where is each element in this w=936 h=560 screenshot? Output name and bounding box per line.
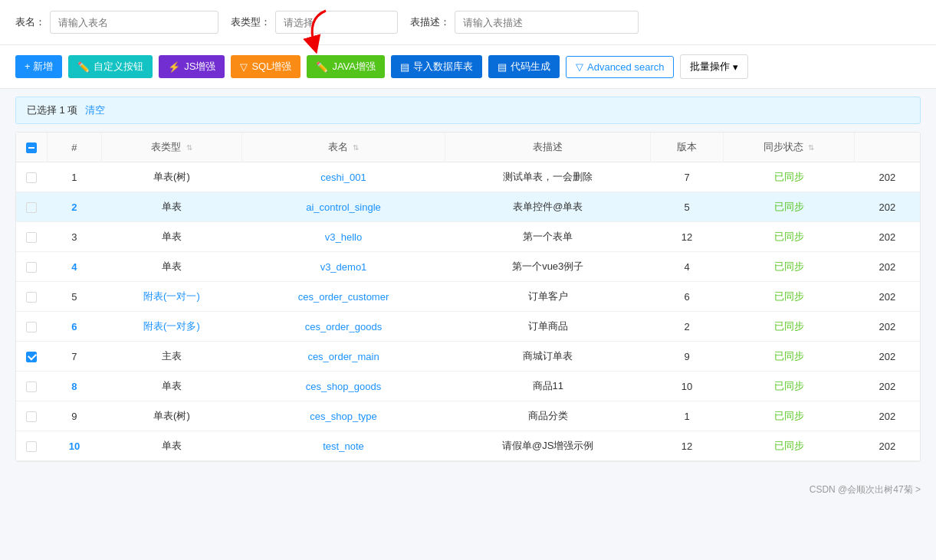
- row-desc: 表单控件@单表: [445, 192, 651, 222]
- row-desc: 第一个表单: [445, 222, 651, 252]
- table-type-field-container: 表类型：: [231, 11, 398, 34]
- filter-icon: ▽: [576, 61, 583, 73]
- code-icon: ▤: [498, 61, 507, 73]
- row-name[interactable]: ces_shop_type: [241, 401, 445, 431]
- brush-icon: ✏️: [77, 61, 90, 73]
- row-id: 10: [47, 431, 102, 461]
- js-enhance-button[interactable]: ⚡ JS增强: [159, 55, 225, 78]
- row-checkbox[interactable]: [26, 441, 37, 452]
- row-date: 202: [855, 192, 920, 222]
- table-name-input[interactable]: [50, 11, 218, 34]
- sql-enhance-button[interactable]: ▽ SQL增强: [231, 55, 301, 78]
- batch-op-button[interactable]: 批量操作 ▾: [680, 54, 748, 79]
- custom-button[interactable]: ✏️ 自定义按钮: [68, 55, 153, 78]
- row-name[interactable]: test_note: [241, 431, 445, 461]
- row-name[interactable]: v3_hello: [241, 222, 445, 252]
- status-badge: 已同步: [774, 171, 804, 182]
- row-checkbox[interactable]: [26, 172, 37, 183]
- row-name[interactable]: ceshi_001: [241, 162, 445, 192]
- row-checkbox[interactable]: [26, 202, 37, 213]
- row-checkbox-cell[interactable]: [16, 222, 47, 252]
- row-checkbox-cell[interactable]: [16, 282, 47, 312]
- row-desc: 商品分类: [445, 401, 651, 431]
- name-link[interactable]: ces_shop_type: [310, 411, 376, 422]
- name-link[interactable]: ceshi_001: [320, 172, 366, 183]
- row-desc: 第一个vue3例子: [445, 252, 651, 282]
- status-badge: 已同步: [774, 290, 804, 302]
- header-checkbox-cell[interactable]: [16, 133, 47, 162]
- row-name[interactable]: v3_demo1: [241, 252, 445, 282]
- col-header-date: [855, 133, 920, 162]
- table-name-field-container: 表名：: [15, 11, 218, 34]
- row-name[interactable]: ces_order_customer: [241, 282, 445, 312]
- row-type: 附表(一对一): [102, 282, 241, 312]
- clear-selection-link[interactable]: 清空: [85, 103, 105, 117]
- col-header-desc: 表描述: [445, 133, 651, 162]
- data-table-container: # 表类型 ⇅ 表名 ⇅ 表描述 版本 同步状态 ⇅ 1单表(树)ceshi_0…: [15, 132, 921, 462]
- type-link[interactable]: 附表(一对多): [143, 320, 200, 332]
- advanced-search-button[interactable]: ▽ Advanced search: [566, 56, 674, 78]
- row-id-link: 8: [71, 381, 77, 392]
- row-date: 202: [855, 312, 920, 342]
- row-name[interactable]: ces_shop_goods: [241, 372, 445, 401]
- row-id: 1: [47, 162, 102, 192]
- row-id: 2: [47, 192, 102, 222]
- table-type-input[interactable]: [275, 11, 398, 34]
- row-type: 主表: [102, 342, 241, 372]
- row-checkbox-cell[interactable]: [16, 401, 47, 431]
- code-gen-button[interactable]: ▤ 代码生成: [488, 55, 560, 78]
- row-checkbox[interactable]: [26, 382, 37, 392]
- table-row: 4单表v3_demo1第一个vue3例子4已同步202: [16, 252, 920, 282]
- type-link[interactable]: 附表(一对一): [143, 290, 200, 302]
- row-checkbox[interactable]: [26, 262, 37, 273]
- row-checkbox-cell[interactable]: [16, 342, 47, 372]
- name-link[interactable]: v3_hello: [325, 231, 362, 243]
- row-checkbox-cell[interactable]: [16, 312, 47, 342]
- row-version: 5: [651, 192, 724, 222]
- name-link[interactable]: ces_order_main: [307, 351, 379, 362]
- col-header-name[interactable]: 表名 ⇅: [241, 133, 445, 162]
- row-checkbox[interactable]: [26, 352, 37, 362]
- name-link[interactable]: ces_order_customer: [298, 291, 389, 303]
- table-row: 9单表(树)ces_shop_type商品分类1已同步202: [16, 401, 920, 431]
- row-version: 10: [651, 372, 724, 401]
- row-checkbox[interactable]: [26, 292, 37, 303]
- status-badge: 已同步: [774, 320, 804, 332]
- row-checkbox-cell[interactable]: [16, 252, 47, 282]
- row-status: 已同步: [724, 282, 855, 312]
- name-link[interactable]: ces_shop_goods: [306, 381, 381, 392]
- table-desc-input[interactable]: [455, 11, 639, 34]
- name-link[interactable]: ces_order_goods: [305, 321, 382, 332]
- row-name[interactable]: ces_order_main: [241, 342, 445, 372]
- name-link[interactable]: test_note: [323, 440, 364, 452]
- row-checkbox[interactable]: [26, 232, 37, 243]
- row-type: 单表(树): [102, 401, 241, 431]
- col-header-type[interactable]: 表类型 ⇅: [102, 133, 241, 162]
- row-checkbox-cell[interactable]: [16, 162, 47, 192]
- row-checkbox[interactable]: [26, 411, 37, 422]
- java-icon: ✏️: [316, 61, 328, 73]
- col-header-status[interactable]: 同步状态 ⇅: [724, 133, 855, 162]
- name-link[interactable]: ai_control_single: [306, 201, 381, 213]
- select-all-checkbox[interactable]: [26, 142, 37, 153]
- row-checkbox[interactable]: [26, 322, 37, 332]
- add-button[interactable]: + 新增: [15, 55, 62, 78]
- sql-icon: ▽: [240, 61, 248, 73]
- import-db-button[interactable]: ▤ 导入数据库表: [391, 55, 482, 78]
- row-version: 1: [651, 401, 724, 431]
- data-table: # 表类型 ⇅ 表名 ⇅ 表描述 版本 同步状态 ⇅ 1单表(树)ceshi_0…: [16, 133, 920, 461]
- row-desc: 订单客户: [445, 282, 651, 312]
- row-status: 已同步: [724, 372, 855, 401]
- row-name[interactable]: ai_control_single: [241, 192, 445, 222]
- row-name[interactable]: ces_order_goods: [241, 312, 445, 342]
- row-desc: 订单商品: [445, 312, 651, 342]
- row-id-link: 4: [71, 261, 77, 273]
- row-checkbox-cell[interactable]: [16, 192, 47, 222]
- row-checkbox-cell[interactable]: [16, 372, 47, 401]
- row-checkbox-cell[interactable]: [16, 431, 47, 461]
- table-row: 3单表v3_hello第一个表单12已同步202: [16, 222, 920, 252]
- selection-count: 已选择 1 项: [27, 103, 77, 117]
- name-link[interactable]: v3_demo1: [320, 261, 367, 273]
- row-date: 202: [855, 252, 920, 282]
- java-enhance-button[interactable]: ✏️ JAVA增强: [307, 55, 385, 78]
